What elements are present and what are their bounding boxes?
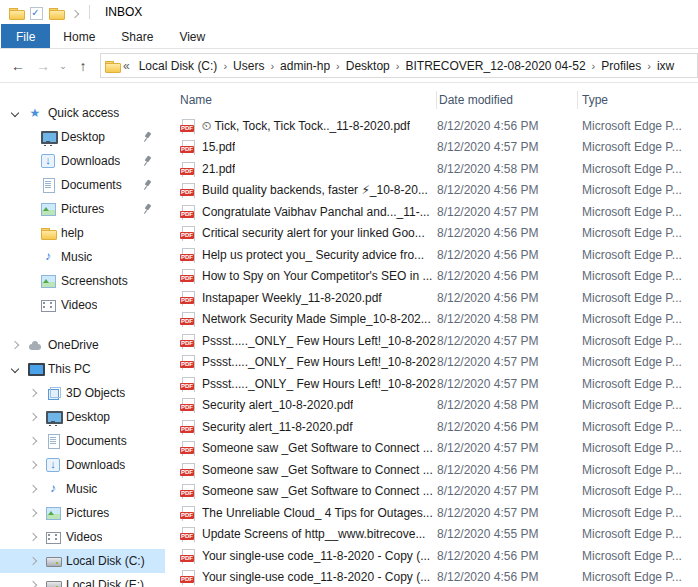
table-row[interactable]: 21.pdf8/12/2020 4:58 PMMicrosoft Edge P.… (165, 158, 698, 180)
chevron-down-icon[interactable] (8, 362, 22, 376)
address-bar[interactable]: «Local Disk (C:)›Users›admin-hp›Desktop›… (100, 53, 698, 78)
address-folder-icon (104, 58, 119, 73)
column-header-name[interactable]: Name (165, 91, 437, 109)
sidebar-item-documents[interactable]: Documents (0, 429, 165, 453)
file-name-cell: Pssst....._ONLY_ Few Hours Left!_10-8-20… (165, 376, 437, 392)
pictures-icon (40, 273, 56, 289)
table-row[interactable]: Congratulate Vaibhav Panchal and..._11-.… (165, 201, 698, 223)
file-type: Microsoft Edge P... (578, 140, 698, 154)
chevron-right-icon[interactable] (26, 554, 40, 568)
sidebar-item-videos[interactable]: Videos (0, 293, 165, 317)
back-button[interactable]: ← (6, 54, 30, 78)
table-row[interactable]: Network Security Made Simple_10-8-202...… (165, 309, 698, 331)
sidebar-item-documents[interactable]: Documents (0, 173, 165, 197)
file-type: Microsoft Edge P... (578, 463, 698, 477)
pdf-icon (180, 247, 196, 263)
breadcrumb-item-ixw[interactable]: ixw (652, 59, 679, 73)
sidebar-item-desktop[interactable]: Desktop (0, 405, 165, 429)
file-name-cell: 21.pdf (165, 161, 437, 177)
chevron-down-icon[interactable] (8, 106, 22, 120)
ribbon-tab-file[interactable]: File (1, 24, 50, 48)
sidebar-item-help[interactable]: help (0, 221, 165, 245)
breadcrumb-item-admin-hp[interactable]: admin-hp (275, 59, 335, 73)
file-name: ⏲ Tick, Tock, Tick Tock.._11-8-2020.pdf (202, 119, 410, 133)
file-name: Someone saw _Get Software to Connect ... (202, 484, 433, 498)
table-row[interactable]: Pssst....._ONLY_ Few Hours Left!_10-8-20… (165, 373, 698, 395)
document-icon (40, 177, 56, 193)
ribbon-tab-home[interactable]: Home (50, 24, 108, 48)
column-header-date-modified[interactable]: Date modified (437, 91, 578, 109)
sidebar-item-desktop[interactable]: Desktop (0, 125, 165, 149)
sidebar-item-pictures[interactable]: Pictures (0, 197, 165, 221)
properties-qat-icon[interactable] (28, 5, 43, 20)
table-row[interactable]: Update Screens of http__www.bitrecove...… (165, 524, 698, 546)
table-row[interactable]: Pssst....._ONLY_ Few Hours Left!_10-8-20… (165, 352, 698, 374)
chevron-right-icon[interactable] (26, 386, 40, 400)
table-row[interactable]: Critical security alert for your linked … (165, 223, 698, 245)
table-row[interactable]: Instapaper Weekly_11-8-2020.pdf8/12/2020… (165, 287, 698, 309)
table-row[interactable]: Someone saw _Get Software to Connect ...… (165, 438, 698, 460)
table-row[interactable]: Your single-use code_11-8-2020 - Copy (.… (165, 567, 698, 587)
sidebar-item-videos[interactable]: Videos (0, 525, 165, 549)
sidebar-item-downloads[interactable]: Downloads (0, 453, 165, 477)
sidebar-item-label: Quick access (48, 106, 119, 120)
recent-locations-button[interactable]: ⌄ (56, 54, 70, 78)
file-date-modified: 8/12/2020 4:58 PM (437, 398, 578, 412)
chevron-right-icon[interactable] (26, 410, 40, 424)
breadcrumb-item-local-disk-c[interactable]: Local Disk (C:) (134, 59, 223, 73)
table-row[interactable]: Help us protect you_ Security advice fro… (165, 244, 698, 266)
table-row[interactable]: The Unreliable Cloud_ 4 Tips for Outages… (165, 502, 698, 524)
sidebar-item-downloads[interactable]: Downloads (0, 149, 165, 173)
table-row[interactable]: Your single-use code_11-8-2020 - Copy (.… (165, 545, 698, 567)
customize-qat-chevron-icon[interactable] (68, 7, 82, 21)
sidebar-item-pictures[interactable]: Pictures (0, 501, 165, 525)
table-row[interactable]: ⏲ Tick, Tock, Tick Tock.._11-8-2020.pdf8… (165, 115, 698, 137)
file-rows: ⏲ Tick, Tock, Tick Tock.._11-8-2020.pdf8… (165, 115, 698, 587)
file-date-modified: 8/12/2020 4:57 PM (437, 355, 578, 369)
chevron-right-icon[interactable] (26, 458, 40, 472)
pdf-icon (180, 333, 196, 349)
breadcrumb-item-users[interactable]: Users (228, 59, 269, 73)
sidebar-item-local-disk-c[interactable]: Local Disk (C:) (0, 549, 165, 573)
table-row[interactable]: Pssst....._ONLY_ Few Hours Left!_10-8-20… (165, 330, 698, 352)
chevron-right-icon[interactable] (8, 338, 22, 352)
sidebar-item-music[interactable]: Music (0, 245, 165, 269)
chevron-right-icon[interactable] (26, 578, 40, 587)
chevron-right-icon[interactable] (26, 530, 40, 544)
file-type: Microsoft Edge P... (578, 506, 698, 520)
disk-icon (45, 553, 61, 569)
table-row[interactable]: How to Spy on Your Competitor's SEO in .… (165, 266, 698, 288)
music-icon (45, 481, 61, 497)
ribbon-tab-view[interactable]: View (166, 24, 218, 48)
breadcrumb-item-profiles[interactable]: Profiles (596, 59, 646, 73)
sidebar-item-quick-access[interactable]: Quick access (0, 101, 165, 125)
sidebar-item-local-disk-e[interactable]: Local Disk (E:) (0, 573, 165, 587)
table-row[interactable]: Someone saw _Get Software to Connect ...… (165, 481, 698, 503)
chevron-right-icon[interactable] (26, 434, 40, 448)
column-header-type[interactable]: Type (578, 91, 698, 109)
table-row[interactable]: 15.pdf8/12/2020 4:57 PMMicrosoft Edge P.… (165, 137, 698, 159)
up-button[interactable]: ↑ (71, 54, 95, 78)
file-type: Microsoft Edge P... (578, 269, 698, 283)
sidebar-item-3d-objects[interactable]: 3D Objects (0, 381, 165, 405)
breadcrumb-item-desktop[interactable]: Desktop (341, 59, 395, 73)
table-row[interactable]: Someone saw _Get Software to Connect ...… (165, 459, 698, 481)
sidebar-item-screenshots[interactable]: Screenshots (0, 269, 165, 293)
pdf-icon (180, 462, 196, 478)
sidebar-item-this-pc[interactable]: This PC (0, 357, 165, 381)
chevron-right-icon[interactable] (26, 506, 40, 520)
3d-icon (45, 385, 61, 401)
sidebar-item-onedrive[interactable]: OneDrive (0, 333, 165, 357)
document-icon (45, 433, 61, 449)
table-row[interactable]: Build quality backends, faster ⚡_10-8-20… (165, 180, 698, 202)
new-folder-qat-icon[interactable] (48, 5, 63, 20)
chevron-right-icon[interactable] (26, 482, 40, 496)
breadcrumb-item-bitrecover-12-08-2020-04-52[interactable]: BITRECOVER_12-08-2020 04-52 (400, 59, 590, 73)
pictures-icon (40, 201, 56, 217)
breadcrumb-overflow-chevron[interactable]: « (119, 59, 134, 73)
forward-button[interactable]: → (31, 54, 55, 78)
sidebar-item-music[interactable]: Music (0, 477, 165, 501)
ribbon-tab-share[interactable]: Share (108, 24, 166, 48)
table-row[interactable]: Security alert_11-8-2020.pdf8/12/2020 4:… (165, 416, 698, 438)
table-row[interactable]: Security alert_10-8-2020.pdf8/12/2020 4:… (165, 395, 698, 417)
